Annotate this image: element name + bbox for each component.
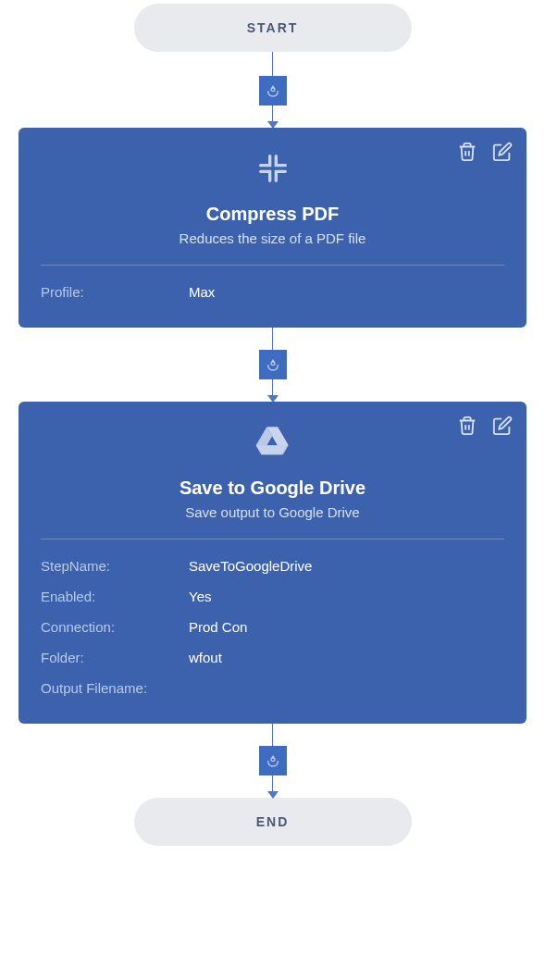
step-properties: Profile: Max [41,284,504,300]
start-node: START [134,4,412,52]
end-label: END [256,814,290,829]
prop-label: Enabled: [41,589,189,604]
connector [259,52,287,128]
step-properties: StepName: SaveToGoogleDrive Enabled: Yes… [41,558,504,696]
connector [259,724,287,798]
step-subtitle: Reduces the size of a PDF file [41,230,504,246]
prop-value: Max [189,284,504,300]
workflow-diagram: START [19,4,526,846]
delete-button[interactable] [456,141,478,163]
edit-button[interactable] [491,415,514,437]
prop-value: Prod Con [189,619,504,635]
prop-value: wfout [189,650,504,665]
pdf-icon [259,746,287,775]
pdf-icon [259,350,287,379]
prop-value [189,680,504,696]
edit-button[interactable] [491,141,514,163]
end-node: END [134,798,412,846]
step-subtitle: Save output to Google Drive [41,504,504,520]
step-title: Compress PDF [41,204,504,225]
prop-value: Yes [189,589,504,604]
prop-value: SaveToGoogleDrive [189,558,504,574]
google-drive-icon [41,424,504,461]
prop-label: Folder: [41,650,189,665]
compress-icon [41,150,504,187]
prop-label: Output Filename: [41,680,189,696]
step-save-google-drive: Save to Google Drive Save output to Goog… [19,402,526,724]
step-title: Save to Google Drive [41,478,504,499]
pdf-icon [259,76,287,105]
prop-label: Profile: [41,284,189,300]
prop-label: Connection: [41,619,189,635]
step-compress-pdf: Compress PDF Reduces the size of a PDF f… [19,128,526,328]
delete-button[interactable] [456,415,478,437]
connector [259,328,287,402]
start-label: START [247,20,299,35]
prop-label: StepName: [41,558,189,574]
